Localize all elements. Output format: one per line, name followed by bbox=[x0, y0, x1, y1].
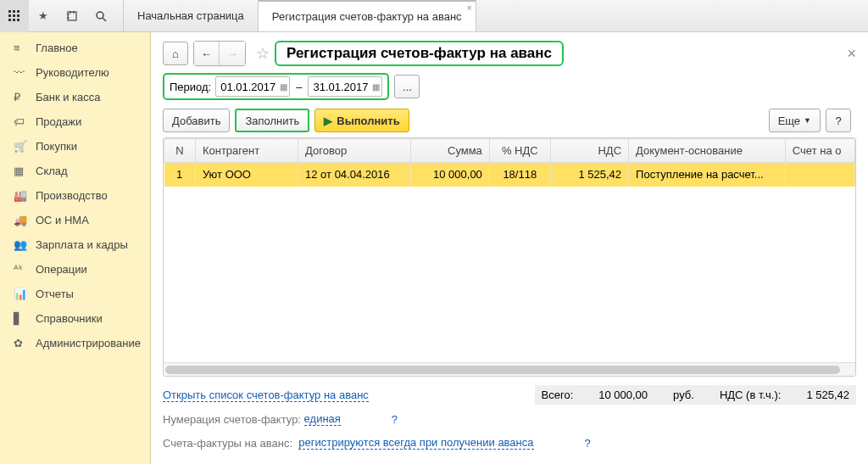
chart-icon: 📊 bbox=[14, 288, 29, 300]
star-icon[interactable]: ★ bbox=[29, 0, 58, 32]
cell-contract: 12 от 04.04.2016 bbox=[298, 163, 411, 187]
home-button[interactable]: ⌂ bbox=[163, 42, 188, 65]
svg-rect-9 bbox=[68, 12, 76, 20]
cell-n: 1 bbox=[164, 163, 196, 187]
calendar-icon[interactable]: ▦ bbox=[280, 82, 287, 92]
sidebar-item-reports[interactable]: 📊Отчеты bbox=[0, 282, 150, 306]
svg-point-10 bbox=[97, 12, 103, 19]
sidebar-label: Склад bbox=[36, 165, 68, 177]
more-button[interactable]: Еще▼ bbox=[769, 109, 821, 132]
footer: Открыть список счетов-фактур на аванс Вс… bbox=[163, 377, 856, 457]
add-button[interactable]: Добавить bbox=[163, 109, 230, 132]
total-value: 10 000,00 bbox=[598, 389, 648, 401]
sidebar-label: Производство bbox=[36, 189, 108, 202]
col-vat[interactable]: НДС bbox=[550, 139, 628, 163]
sidebar-item-sales[interactable]: 🏷Продажи bbox=[0, 109, 150, 134]
sidebar-label: Зарплата и кадры bbox=[36, 238, 128, 251]
play-icon: ▶ bbox=[324, 115, 332, 127]
table-row[interactable]: 1 Уют ООО 12 от 04.04.2016 10 000,00 18/… bbox=[164, 163, 855, 187]
sidebar-item-main[interactable]: ≡Главное bbox=[0, 36, 150, 60]
sidebar-item-purchases[interactable]: 🛒Покупки bbox=[0, 134, 150, 159]
currency-label: руб. bbox=[673, 389, 694, 401]
gear-icon: ✿ bbox=[14, 337, 29, 349]
col-vat-pct[interactable]: % НДС bbox=[489, 139, 550, 163]
sidebar-label: Администрирование bbox=[36, 337, 141, 349]
svg-rect-1 bbox=[13, 10, 15, 13]
cell-account bbox=[785, 163, 854, 187]
svg-rect-2 bbox=[17, 10, 19, 13]
button-label: Выполнить bbox=[337, 115, 399, 127]
book-icon: ▋ bbox=[14, 312, 29, 325]
button-label: Еще bbox=[778, 115, 800, 127]
tab-close-icon[interactable]: × bbox=[467, 3, 472, 13]
back-button[interactable]: ← bbox=[194, 42, 220, 65]
data-table: N Контрагент Договор Сумма % НДС НДС Док… bbox=[163, 137, 856, 377]
help-link[interactable]: ? bbox=[392, 413, 398, 426]
sidebar-item-production[interactable]: 🏭Производство bbox=[0, 183, 150, 208]
period-row: Период: 01.01.2017▦ – 31.01.2017▦ ... bbox=[163, 73, 856, 100]
horizontal-scrollbar[interactable] bbox=[164, 362, 855, 376]
svg-rect-6 bbox=[8, 19, 11, 21]
help-button[interactable]: ? bbox=[826, 109, 851, 132]
svg-rect-0 bbox=[8, 10, 11, 13]
tab-start-page[interactable]: Начальная страница bbox=[124, 0, 259, 31]
search-icon[interactable] bbox=[86, 0, 115, 32]
sidebar-label: Главное bbox=[36, 42, 78, 54]
col-contract[interactable]: Договор bbox=[298, 139, 411, 163]
sidebar-label: Операции bbox=[36, 263, 87, 276]
col-sum[interactable]: Сумма bbox=[411, 139, 489, 163]
table-header-row: N Контрагент Договор Сумма % НДС НДС Док… bbox=[164, 139, 855, 163]
apps-icon[interactable] bbox=[0, 0, 29, 32]
calendar-icon[interactable]: ▦ bbox=[372, 82, 380, 92]
sidebar-label: Покупки bbox=[36, 140, 77, 153]
help-link[interactable]: ? bbox=[585, 437, 591, 450]
col-basis-doc[interactable]: Документ-основание bbox=[629, 139, 786, 163]
people-icon: 👥 bbox=[14, 238, 29, 251]
date-value: 01.01.2017 bbox=[220, 81, 275, 93]
pulse-icon: 〰 bbox=[14, 66, 29, 79]
favorite-star-icon[interactable]: ☆ bbox=[256, 44, 270, 63]
col-account[interactable]: Счет на о bbox=[785, 139, 854, 163]
invoices-mode-link[interactable]: регистрируются всегда при получении аван… bbox=[298, 436, 533, 450]
menu-icon: ≡ bbox=[14, 42, 29, 54]
cell-counterparty: Уют ООО bbox=[195, 163, 298, 187]
sidebar-item-bank[interactable]: ₽Банк и касса bbox=[0, 85, 150, 109]
tab-registration[interactable]: Регистрация счетов-фактур на аванс × bbox=[259, 0, 476, 31]
col-n[interactable]: N bbox=[164, 139, 196, 163]
col-counterparty[interactable]: Контрагент bbox=[195, 139, 298, 163]
sidebar-label: Продажи bbox=[36, 115, 81, 128]
factory-icon: 🏭 bbox=[14, 189, 29, 202]
svg-rect-3 bbox=[8, 14, 11, 17]
sidebar-item-manager[interactable]: 〰Руководителю bbox=[0, 60, 150, 85]
date-value: 31.01.2017 bbox=[313, 81, 368, 93]
cell-vat-pct: 18/118 bbox=[489, 163, 550, 187]
execute-button[interactable]: ▶Выполнить bbox=[314, 109, 409, 132]
svg-rect-7 bbox=[13, 19, 15, 21]
forward-button[interactable]: → bbox=[220, 42, 245, 65]
sidebar-item-admin[interactable]: ✿Администрирование bbox=[0, 331, 150, 355]
date-from-input[interactable]: 01.01.2017▦ bbox=[215, 76, 290, 97]
cell-basis-doc: Поступление на расчет... bbox=[629, 163, 786, 187]
nds-label: НДС (в т.ч.): bbox=[720, 389, 782, 401]
invoices-mode-label: Счета-фактуры на аванс: bbox=[163, 437, 292, 450]
sidebar-item-catalogs[interactable]: ▋Справочники bbox=[0, 306, 150, 331]
sidebar-item-payroll[interactable]: 👥Зарплата и кадры bbox=[0, 232, 150, 257]
close-page-button[interactable]: × bbox=[847, 45, 856, 63]
sidebar-item-warehouse[interactable]: ▦Склад bbox=[0, 159, 150, 183]
chevron-down-icon: ▼ bbox=[804, 116, 811, 125]
sidebar-item-assets[interactable]: 🚚ОС и НМА bbox=[0, 208, 150, 232]
sidebar-label: Отчеты bbox=[36, 288, 74, 300]
open-invoice-list-link[interactable]: Открыть список счетов-фактур на аванс bbox=[163, 389, 369, 402]
numbering-label: Нумерация счетов-фактур: bbox=[163, 413, 301, 426]
history-icon[interactable] bbox=[58, 0, 86, 32]
period-picker-button[interactable]: ... bbox=[394, 75, 420, 98]
fill-button[interactable]: Заполнить bbox=[235, 109, 309, 132]
tab-label: Регистрация счетов-фактур на аванс bbox=[272, 10, 462, 23]
ops-icon: ᴬᵏ bbox=[14, 263, 29, 276]
sidebar-label: Справочники bbox=[36, 312, 103, 325]
svg-rect-4 bbox=[13, 14, 15, 17]
svg-rect-5 bbox=[17, 14, 19, 17]
numbering-link[interactable]: единая bbox=[304, 412, 341, 426]
sidebar-item-operations[interactable]: ᴬᵏОперации bbox=[0, 257, 150, 282]
date-to-input[interactable]: 31.01.2017▦ bbox=[308, 76, 382, 97]
